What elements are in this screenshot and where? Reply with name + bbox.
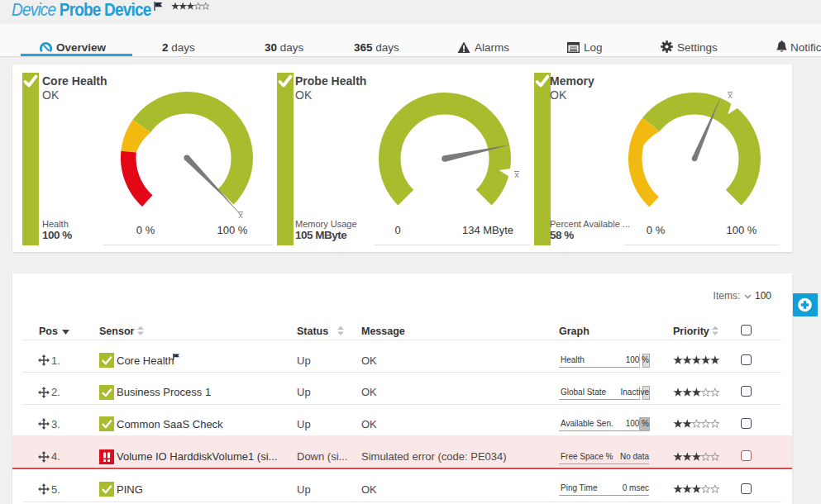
svg-text:x: x bbox=[514, 169, 519, 179]
svg-text:x: x bbox=[238, 210, 243, 220]
svg-text:x: x bbox=[728, 90, 733, 100]
